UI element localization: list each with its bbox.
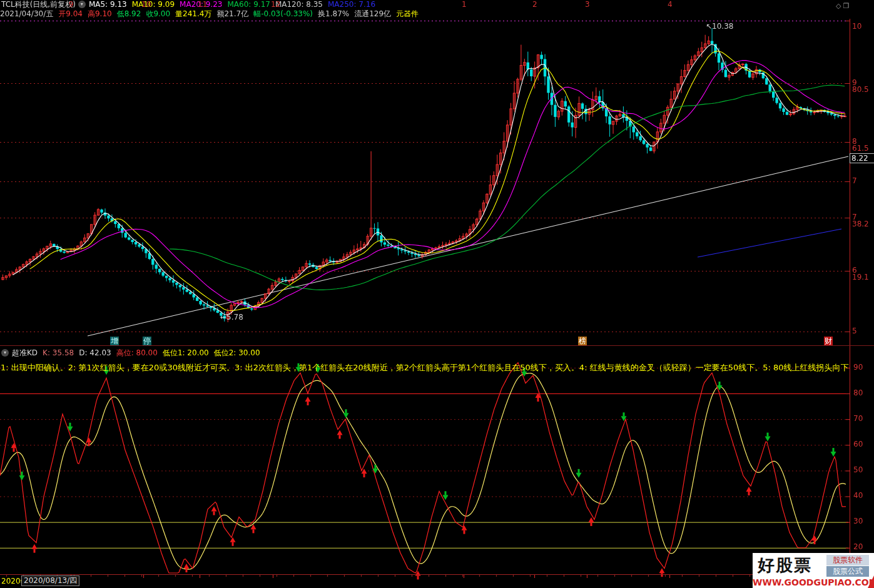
diamond-icon[interactable]: ◇ bbox=[836, 2, 843, 10]
watermark-url: WWW.GOODGUPIAO.COM bbox=[753, 577, 874, 588]
month-label: 2 bbox=[532, 0, 537, 9]
ma-legend: MA5: 9.13MA10: 9.09MA20: 9.23MA60: 9.17M… bbox=[89, 0, 380, 9]
indicator-axis-label: 80 bbox=[853, 389, 863, 397]
collapse-icon[interactable]: ▾ bbox=[78, 1, 86, 8]
month-label: 3 bbox=[585, 0, 590, 9]
quote-segment: 流通129亿 bbox=[354, 9, 391, 19]
price-axis-label: 80.5 bbox=[852, 86, 869, 93]
quote-segment: 低8.92 bbox=[117, 9, 141, 19]
price-axis-label: 19.1 bbox=[852, 273, 869, 281]
price-annotation: ↖10.38 bbox=[706, 23, 733, 30]
month-label: 4 bbox=[668, 0, 673, 9]
quote-segment: 元器件 bbox=[396, 9, 419, 19]
app-window: TCL科技(日线,前复权)▾MA5: 9.13MA10: 9.09MA20: 9… bbox=[0, 0, 874, 588]
quote-segment: 量241.4万 bbox=[175, 9, 211, 19]
month-label: 9 bbox=[69, 0, 74, 9]
quote-bar: 2021/04/30/五开9.04高9.10低8.92收9.00量241.4万额… bbox=[0, 9, 424, 19]
quote-segment: 2021/04/30/五 bbox=[0, 9, 53, 19]
window-icons: ◇❐ bbox=[836, 2, 851, 10]
ma-legend-item: MA10: 9.09 bbox=[132, 0, 175, 9]
watermark-badge-formula: 股票公式 bbox=[826, 566, 869, 577]
watermark-badge-software: 股票软件 bbox=[826, 555, 869, 565]
price-axis-label: 38.2 bbox=[852, 220, 869, 228]
indicator-values: 超准KDK: 35.58D: 42.03高位: 80.00低位1: 20.00低… bbox=[12, 348, 265, 357]
price-annotation: ←5.78 bbox=[220, 313, 243, 321]
ma-legend-item: MA120: 8.35 bbox=[275, 0, 323, 9]
quote-segment: 换1.87% bbox=[318, 9, 349, 19]
month-label: 10 bbox=[141, 0, 151, 9]
ma-legend-item: MA250: 7.16 bbox=[328, 0, 375, 9]
indicator-axis-label: 90 bbox=[853, 363, 863, 371]
ma-legend-item: MA60: 9.17 bbox=[228, 0, 270, 9]
chart-canvas[interactable] bbox=[0, 0, 874, 588]
site-watermark: 好股票 股票软件 股票公式 WWW.GOODGUPIAO.COM bbox=[753, 553, 874, 588]
quote-segment: 收9.00 bbox=[146, 9, 170, 19]
collapse-icon[interactable]: ▾ bbox=[1, 349, 9, 357]
price-axis-label: 5 bbox=[852, 327, 857, 335]
indicator-axis-label: 40 bbox=[853, 492, 863, 499]
watermark-brand: 好股票 bbox=[758, 554, 812, 577]
month-label: 12 bbox=[271, 0, 280, 9]
indicator-value: 高位: 80.00 bbox=[116, 348, 158, 358]
panel-divider bbox=[0, 345, 874, 346]
indicator-axis-label: 20 bbox=[853, 543, 863, 550]
panel-icon[interactable]: ❐ bbox=[843, 2, 851, 10]
quick-button[interactable]: 增 bbox=[110, 337, 119, 345]
current-price-box: 8.22 bbox=[850, 153, 874, 163]
indicator-axis-label: 50 bbox=[853, 466, 863, 474]
quote-segment: 开9.04 bbox=[58, 9, 83, 19]
price-axis-label: 7 bbox=[852, 177, 857, 185]
indicator-value: K: 35.58 bbox=[43, 348, 74, 358]
quote-segment: 额21.7亿 bbox=[216, 9, 248, 19]
indicator-value: 超准KD bbox=[12, 348, 38, 358]
quick-button[interactable]: 榜 bbox=[578, 337, 587, 345]
quote-segment: 高9.10 bbox=[88, 9, 112, 19]
month-label: 11 bbox=[198, 0, 207, 9]
indicator-axis-label: 70 bbox=[853, 415, 863, 422]
indicator-hint: 1: 出现中阳确认。2: 第1次红箭头，要在20或30线附近才可买。3: 出2次… bbox=[1, 363, 849, 373]
month-label: 1 bbox=[462, 0, 467, 9]
date-box[interactable]: 2020/08/13/四 bbox=[21, 575, 79, 586]
watermark-corner-accent bbox=[868, 575, 874, 588]
indicator-value: 低位1: 20.00 bbox=[163, 348, 209, 358]
quick-button[interactable]: 财 bbox=[824, 337, 833, 345]
indicator-value: D: 42.03 bbox=[79, 348, 111, 358]
price-axis-label: 10 bbox=[852, 23, 861, 30]
ma-legend-item: MA5: 9.13 bbox=[89, 0, 127, 9]
chart-title: TCL科技(日线,前复权) bbox=[1, 0, 76, 9]
quote-segment: 幅-0.03(-0.33%) bbox=[253, 9, 313, 19]
indicator-axis-label: 60 bbox=[853, 440, 863, 448]
date-axis-line bbox=[0, 574, 874, 575]
indicator-value: 低位2: 30.00 bbox=[214, 348, 260, 358]
indicator-header: ▾超准KDK: 35.58D: 42.03高位: 80.00低位1: 20.00… bbox=[0, 348, 265, 358]
quick-button[interactable]: 停 bbox=[143, 337, 151, 345]
indicator-axis-label: 30 bbox=[853, 517, 863, 525]
price-axis-label: 61.5 bbox=[852, 144, 869, 152]
title-bar: TCL科技(日线,前复权)▾MA5: 9.13MA10: 9.09MA20: 9… bbox=[1, 0, 380, 9]
